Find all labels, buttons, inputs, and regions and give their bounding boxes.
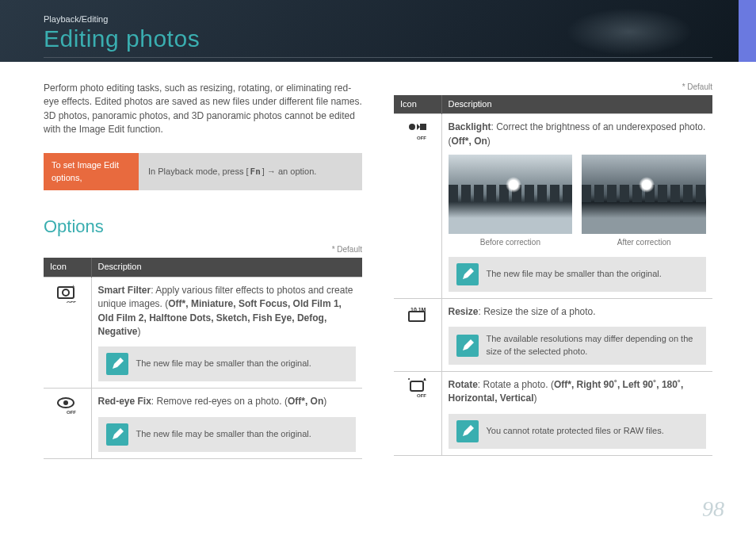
option-suffix: ) — [487, 136, 491, 147]
svg-text:+: + — [71, 284, 75, 290]
rotate-icon: OFF — [406, 378, 430, 400]
svg-text:OFF: OFF — [417, 136, 426, 140]
option-title: Backlight — [449, 121, 491, 132]
fn-key: Fn — [249, 166, 262, 178]
option-title: Red-eye Fix — [98, 396, 151, 407]
option-values: Off*, On — [452, 136, 487, 147]
option-suffix: ) — [534, 392, 537, 404]
intro-paragraph: Perform photo editing tasks, such as res… — [44, 82, 362, 137]
svg-marker-13 — [423, 378, 426, 381]
options-table-left: Icon Description +OFF — [44, 258, 362, 459]
svg-text:OFF: OFF — [417, 393, 426, 397]
callout-label: To set Image Edit options, — [44, 153, 139, 191]
default-note-right: * Default — [394, 82, 712, 94]
table-row: +OFF Smart Filter: Apply various filter … — [44, 277, 362, 389]
svg-rect-8 — [420, 124, 426, 130]
callout-box: To set Image Edit options, In Playback m… — [44, 153, 362, 191]
svg-text:10.1M: 10.1M — [410, 307, 426, 312]
resize-icon: 10.1M — [406, 305, 430, 327]
pen-icon — [106, 353, 128, 375]
backlight-icon: OFF — [406, 121, 430, 142]
table-row: OFF Red-eye Fix: Remove red-eyes on a ph… — [44, 389, 362, 458]
breadcrumb: Playback/Editing — [44, 14, 712, 24]
svg-point-7 — [409, 124, 415, 130]
note-box: The available resolutions may differ dep… — [449, 327, 707, 365]
callout-instruction: In Playback mode, press [Fn] → an option… — [139, 153, 362, 191]
note-box: You cannot rotate protected files or RAW… — [449, 414, 707, 449]
pen-icon — [456, 263, 479, 285]
smart-filter-icon: +OFF — [55, 284, 79, 305]
after-image — [582, 155, 706, 234]
option-title: Resize — [449, 306, 479, 317]
option-desc: : Rotate a photo. ( — [478, 379, 554, 390]
note-box: The new file may be smaller than the ori… — [98, 346, 357, 381]
note-box: The new file may be smaller than the ori… — [98, 417, 357, 452]
callout-text-suffix: ] → an option. — [262, 166, 317, 178]
callout-text-prefix: In Playback mode, press [ — [148, 166, 249, 178]
note-text: You cannot rotate protected files or RAW… — [487, 425, 664, 438]
default-note-left: * Default — [44, 244, 362, 256]
table-row: 10.1M Resize: Resize the size of a photo… — [394, 298, 712, 371]
section-title: Options — [44, 214, 362, 239]
note-box: The new file may be smaller than the ori… — [449, 257, 707, 292]
svg-text:OFF: OFF — [67, 301, 76, 303]
option-suffix: ) — [138, 326, 141, 337]
option-suffix: ) — [323, 396, 326, 407]
title-rule — [44, 57, 712, 58]
option-title: Smart Filter — [98, 285, 151, 296]
option-title: Rotate — [449, 379, 478, 390]
option-desc: : Resize the size of a photo. — [479, 306, 596, 317]
note-text: The new file may be smaller than the ori… — [136, 428, 311, 441]
pen-icon — [106, 423, 128, 446]
options-table-right: Icon Description OFF — [394, 95, 712, 456]
note-text: The available resolutions may differ dep… — [487, 333, 699, 358]
before-caption: Before correction — [449, 237, 573, 249]
red-eye-icon: OFF — [55, 395, 79, 416]
th-icon: Icon — [44, 258, 91, 277]
th-description: Description — [91, 258, 362, 277]
svg-point-5 — [63, 400, 68, 405]
table-row: OFF Backlight: Correct the brightness of… — [394, 114, 712, 298]
table-row: OFF Rotate: Rotate a photo. (Off*, Right… — [394, 371, 712, 455]
pen-icon — [456, 335, 479, 357]
svg-rect-10 — [409, 312, 425, 321]
th-icon: Icon — [394, 95, 441, 114]
svg-point-1 — [63, 289, 69, 296]
th-description: Description — [441, 95, 712, 114]
svg-rect-12 — [410, 381, 423, 391]
note-text: The new file may be smaller than the ori… — [487, 268, 662, 281]
after-caption: After correction — [582, 237, 706, 249]
before-image — [449, 155, 573, 234]
pen-icon — [456, 420, 479, 442]
option-values: Off*, On — [288, 396, 323, 407]
option-desc: : Remove red-eyes on a photo. ( — [151, 396, 288, 407]
note-text: The new file may be smaller than the ori… — [136, 358, 311, 370]
page-title: Editing photos — [44, 25, 712, 52]
svg-text:OFF: OFF — [67, 410, 76, 414]
